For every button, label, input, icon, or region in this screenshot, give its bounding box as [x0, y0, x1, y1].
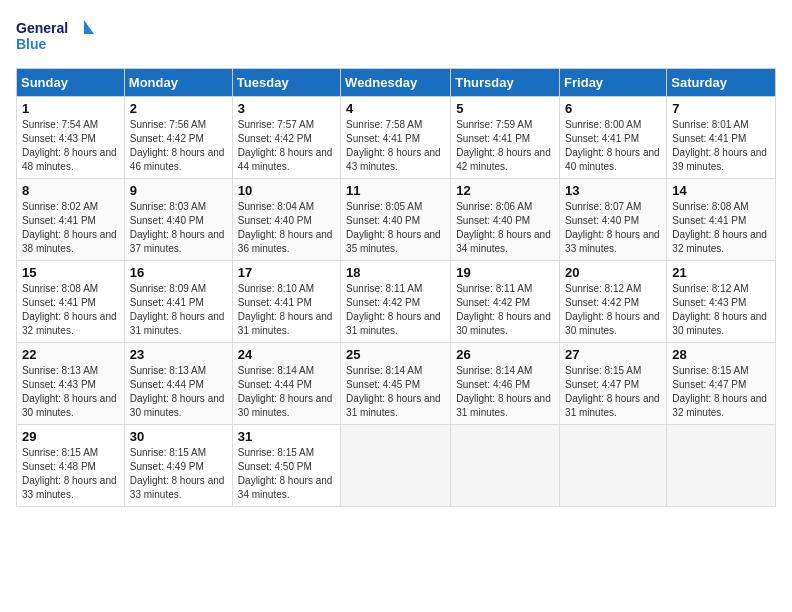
day-detail: Sunrise: 8:04 AMSunset: 4:40 PMDaylight:…: [238, 200, 335, 256]
week-row-3: 15Sunrise: 8:08 AMSunset: 4:41 PMDayligh…: [17, 261, 776, 343]
day-detail: Sunrise: 7:56 AMSunset: 4:42 PMDaylight:…: [130, 118, 227, 174]
day-number: 22: [22, 347, 119, 362]
day-cell: 15Sunrise: 8:08 AMSunset: 4:41 PMDayligh…: [17, 261, 125, 343]
logo-svg: General Blue: [16, 16, 96, 56]
day-number: 7: [672, 101, 770, 116]
day-detail: Sunrise: 8:06 AMSunset: 4:40 PMDaylight:…: [456, 200, 554, 256]
day-number: 23: [130, 347, 227, 362]
day-number: 10: [238, 183, 335, 198]
calendar-table: SundayMondayTuesdayWednesdayThursdayFrid…: [16, 68, 776, 507]
day-number: 19: [456, 265, 554, 280]
svg-marker-2: [84, 20, 94, 34]
day-detail: Sunrise: 8:15 AMSunset: 4:49 PMDaylight:…: [130, 446, 227, 502]
day-cell: 4Sunrise: 7:58 AMSunset: 4:41 PMDaylight…: [341, 97, 451, 179]
weekday-header-sunday: Sunday: [17, 69, 125, 97]
day-detail: Sunrise: 8:05 AMSunset: 4:40 PMDaylight:…: [346, 200, 445, 256]
day-detail: Sunrise: 8:15 AMSunset: 4:48 PMDaylight:…: [22, 446, 119, 502]
day-detail: Sunrise: 8:14 AMSunset: 4:44 PMDaylight:…: [238, 364, 335, 420]
day-number: 31: [238, 429, 335, 444]
day-cell: [667, 425, 776, 507]
day-number: 18: [346, 265, 445, 280]
day-cell: 13Sunrise: 8:07 AMSunset: 4:40 PMDayligh…: [560, 179, 667, 261]
day-detail: Sunrise: 8:14 AMSunset: 4:45 PMDaylight:…: [346, 364, 445, 420]
day-detail: Sunrise: 8:00 AMSunset: 4:41 PMDaylight:…: [565, 118, 661, 174]
day-detail: Sunrise: 8:10 AMSunset: 4:41 PMDaylight:…: [238, 282, 335, 338]
day-detail: Sunrise: 8:09 AMSunset: 4:41 PMDaylight:…: [130, 282, 227, 338]
day-cell: 27Sunrise: 8:15 AMSunset: 4:47 PMDayligh…: [560, 343, 667, 425]
day-cell: [451, 425, 560, 507]
day-number: 8: [22, 183, 119, 198]
day-cell: 10Sunrise: 8:04 AMSunset: 4:40 PMDayligh…: [232, 179, 340, 261]
week-row-5: 29Sunrise: 8:15 AMSunset: 4:48 PMDayligh…: [17, 425, 776, 507]
day-cell: 31Sunrise: 8:15 AMSunset: 4:50 PMDayligh…: [232, 425, 340, 507]
day-detail: Sunrise: 8:12 AMSunset: 4:43 PMDaylight:…: [672, 282, 770, 338]
day-cell: 17Sunrise: 8:10 AMSunset: 4:41 PMDayligh…: [232, 261, 340, 343]
day-number: 4: [346, 101, 445, 116]
logo: General Blue: [16, 16, 96, 56]
day-cell: 11Sunrise: 8:05 AMSunset: 4:40 PMDayligh…: [341, 179, 451, 261]
day-cell: 18Sunrise: 8:11 AMSunset: 4:42 PMDayligh…: [341, 261, 451, 343]
day-number: 28: [672, 347, 770, 362]
day-detail: Sunrise: 8:07 AMSunset: 4:40 PMDaylight:…: [565, 200, 661, 256]
week-row-4: 22Sunrise: 8:13 AMSunset: 4:43 PMDayligh…: [17, 343, 776, 425]
calendar-header-row: SundayMondayTuesdayWednesdayThursdayFrid…: [17, 69, 776, 97]
day-detail: Sunrise: 8:15 AMSunset: 4:47 PMDaylight:…: [565, 364, 661, 420]
day-number: 9: [130, 183, 227, 198]
week-row-1: 1Sunrise: 7:54 AMSunset: 4:43 PMDaylight…: [17, 97, 776, 179]
day-number: 6: [565, 101, 661, 116]
day-detail: Sunrise: 8:12 AMSunset: 4:42 PMDaylight:…: [565, 282, 661, 338]
week-row-2: 8Sunrise: 8:02 AMSunset: 4:41 PMDaylight…: [17, 179, 776, 261]
day-cell: 24Sunrise: 8:14 AMSunset: 4:44 PMDayligh…: [232, 343, 340, 425]
day-detail: Sunrise: 7:54 AMSunset: 4:43 PMDaylight:…: [22, 118, 119, 174]
day-cell: [341, 425, 451, 507]
weekday-header-monday: Monday: [124, 69, 232, 97]
day-number: 1: [22, 101, 119, 116]
day-detail: Sunrise: 8:01 AMSunset: 4:41 PMDaylight:…: [672, 118, 770, 174]
weekday-header-friday: Friday: [560, 69, 667, 97]
weekday-header-wednesday: Wednesday: [341, 69, 451, 97]
svg-text:General: General: [16, 20, 68, 36]
day-number: 11: [346, 183, 445, 198]
day-detail: Sunrise: 7:57 AMSunset: 4:42 PMDaylight:…: [238, 118, 335, 174]
weekday-header-saturday: Saturday: [667, 69, 776, 97]
day-number: 21: [672, 265, 770, 280]
day-cell: 19Sunrise: 8:11 AMSunset: 4:42 PMDayligh…: [451, 261, 560, 343]
day-cell: 29Sunrise: 8:15 AMSunset: 4:48 PMDayligh…: [17, 425, 125, 507]
day-number: 12: [456, 183, 554, 198]
day-detail: Sunrise: 8:02 AMSunset: 4:41 PMDaylight:…: [22, 200, 119, 256]
day-cell: 26Sunrise: 8:14 AMSunset: 4:46 PMDayligh…: [451, 343, 560, 425]
day-detail: Sunrise: 8:13 AMSunset: 4:44 PMDaylight:…: [130, 364, 227, 420]
day-cell: 22Sunrise: 8:13 AMSunset: 4:43 PMDayligh…: [17, 343, 125, 425]
day-cell: 16Sunrise: 8:09 AMSunset: 4:41 PMDayligh…: [124, 261, 232, 343]
day-cell: 20Sunrise: 8:12 AMSunset: 4:42 PMDayligh…: [560, 261, 667, 343]
day-detail: Sunrise: 7:58 AMSunset: 4:41 PMDaylight:…: [346, 118, 445, 174]
day-number: 20: [565, 265, 661, 280]
day-cell: 12Sunrise: 8:06 AMSunset: 4:40 PMDayligh…: [451, 179, 560, 261]
day-cell: 9Sunrise: 8:03 AMSunset: 4:40 PMDaylight…: [124, 179, 232, 261]
day-cell: 8Sunrise: 8:02 AMSunset: 4:41 PMDaylight…: [17, 179, 125, 261]
day-detail: Sunrise: 8:14 AMSunset: 4:46 PMDaylight:…: [456, 364, 554, 420]
day-number: 17: [238, 265, 335, 280]
day-number: 15: [22, 265, 119, 280]
day-number: 26: [456, 347, 554, 362]
day-cell: 3Sunrise: 7:57 AMSunset: 4:42 PMDaylight…: [232, 97, 340, 179]
day-number: 29: [22, 429, 119, 444]
day-number: 2: [130, 101, 227, 116]
day-cell: 21Sunrise: 8:12 AMSunset: 4:43 PMDayligh…: [667, 261, 776, 343]
day-number: 16: [130, 265, 227, 280]
day-cell: 2Sunrise: 7:56 AMSunset: 4:42 PMDaylight…: [124, 97, 232, 179]
day-number: 14: [672, 183, 770, 198]
day-number: 24: [238, 347, 335, 362]
day-detail: Sunrise: 8:08 AMSunset: 4:41 PMDaylight:…: [672, 200, 770, 256]
page-header: General Blue: [16, 16, 776, 56]
svg-text:Blue: Blue: [16, 36, 47, 52]
day-detail: Sunrise: 8:15 AMSunset: 4:47 PMDaylight:…: [672, 364, 770, 420]
day-detail: Sunrise: 8:11 AMSunset: 4:42 PMDaylight:…: [346, 282, 445, 338]
day-detail: Sunrise: 8:11 AMSunset: 4:42 PMDaylight:…: [456, 282, 554, 338]
day-detail: Sunrise: 8:03 AMSunset: 4:40 PMDaylight:…: [130, 200, 227, 256]
day-cell: 30Sunrise: 8:15 AMSunset: 4:49 PMDayligh…: [124, 425, 232, 507]
day-number: 13: [565, 183, 661, 198]
day-cell: 28Sunrise: 8:15 AMSunset: 4:47 PMDayligh…: [667, 343, 776, 425]
day-cell: 7Sunrise: 8:01 AMSunset: 4:41 PMDaylight…: [667, 97, 776, 179]
day-detail: Sunrise: 7:59 AMSunset: 4:41 PMDaylight:…: [456, 118, 554, 174]
